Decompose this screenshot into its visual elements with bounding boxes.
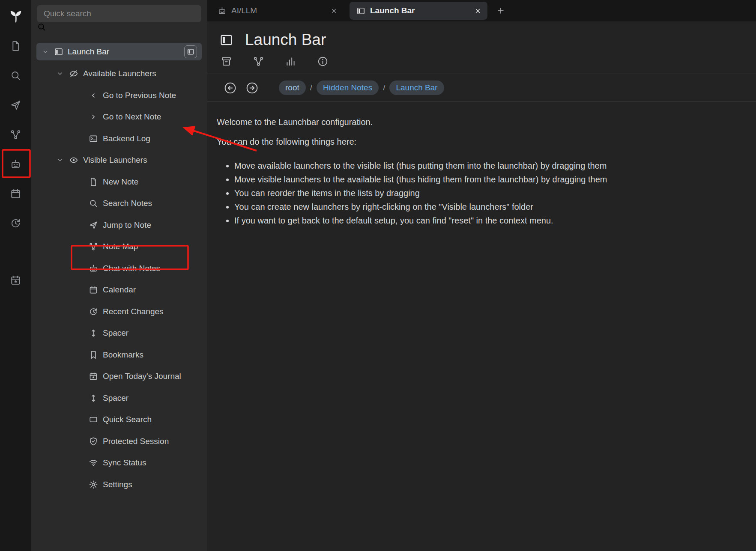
tree-item-open-today-s-journal[interactable]: Open Today's Journal [31, 366, 207, 387]
note-content: Welcome to the Launchbar configuration. … [207, 102, 756, 227]
tree-item-label: Search Notes [103, 199, 152, 208]
tree-item-search-notes[interactable]: Search Notes [31, 193, 207, 214]
history-icon [89, 307, 98, 316]
todays-journal-button[interactable] [0, 265, 31, 295]
tree-item-go-to-previous-note[interactable]: Go to Previous Note [31, 85, 207, 107]
breadcrumb-launch-bar[interactable]: Launch Bar [389, 80, 444, 95]
recent-changes-button[interactable] [0, 208, 31, 238]
tree-item-settings[interactable]: Settings [31, 474, 207, 496]
launcher-items [0, 0, 31, 295]
eye-off-icon [69, 69, 78, 78]
send-icon [89, 220, 98, 230]
quick-search [37, 5, 201, 33]
tab-launch-bar[interactable]: Launch Bar [350, 2, 487, 20]
tab-close-button[interactable] [330, 7, 338, 15]
history-forward-button[interactable] [245, 81, 259, 95]
bookmark-icon [89, 350, 98, 360]
tree-item-label: New Note [103, 177, 138, 187]
tree-item-note-map[interactable]: Note Map [31, 236, 207, 258]
tree-item-label: Note Map [103, 242, 138, 251]
bar-chart-icon [285, 56, 296, 67]
tree-item-label: Open Today's Journal [103, 372, 181, 381]
file-icon [10, 40, 21, 52]
tree-item-label: Visible Launchers [83, 155, 147, 165]
bullet-list: Move available launchers to the visible … [217, 159, 739, 227]
tree-item-label: Go to Previous Note [103, 91, 176, 100]
branch-icon [89, 242, 98, 251]
breadcrumb-root[interactable]: root [279, 80, 306, 95]
tree-item-sync-status[interactable]: Sync Status [31, 452, 207, 474]
app-logo-button[interactable] [0, 0, 31, 31]
tree-item-label: Sync Status [103, 458, 146, 468]
arrow-left-circle-icon [223, 81, 237, 95]
breadcrumb-separator: / [310, 83, 312, 92]
history-back-button[interactable] [223, 81, 237, 95]
breadcrumb-hidden-notes[interactable]: Hidden Notes [317, 80, 379, 95]
tree-item-jump-to-note[interactable]: Jump to Note [31, 214, 207, 236]
tree-item-new-note[interactable]: New Note [31, 171, 207, 193]
note-tree-pane: Launch Bar Available LaunchersGo to Prev… [31, 0, 207, 551]
launch-bar-badge-button[interactable] [184, 45, 197, 58]
tree-item-label: Chat with Notes [103, 264, 160, 273]
tree-item-recent-changes[interactable]: Recent Changes [31, 301, 207, 323]
main-pane: AI/LLMLaunch Bar Launch Bar root/Hidden … [207, 0, 756, 551]
chevron-down-icon [56, 69, 64, 78]
quick-search-input[interactable] [37, 5, 201, 22]
tree-item-label: Backend Log [103, 134, 150, 143]
ribbon-row [207, 49, 756, 74]
tree-item-available-launchers[interactable]: Available Launchers [31, 63, 207, 85]
close-icon [330, 7, 338, 15]
tree-item-chat-with-notes[interactable]: Chat with Notes [31, 258, 207, 280]
tree-item-go-to-next-note[interactable]: Go to Next Note [31, 106, 207, 128]
tab-label: AI/LLM [231, 6, 257, 15]
note-map-button[interactable] [0, 120, 31, 149]
new-tab-button[interactable] [496, 6, 505, 15]
bullet-item: You can reorder the items in the lists b… [234, 186, 739, 200]
ribbon-archive-button[interactable] [221, 56, 232, 67]
tree-item-label: Bookmarks [103, 350, 143, 360]
ribbon-bar-chart-button[interactable] [285, 56, 296, 67]
tree-item-launch-bar-root[interactable]: Launch Bar [36, 43, 202, 60]
bullet-item: Move visible launchers to the available … [234, 173, 739, 186]
info-icon [317, 56, 329, 67]
shield-icon [89, 437, 98, 446]
layout-icon [356, 6, 365, 15]
archive-icon [221, 56, 232, 67]
tree-item-backend-log[interactable]: Backend Log [31, 128, 207, 150]
search-button[interactable] [0, 61, 31, 90]
tree-item-label: Calendar [103, 285, 136, 295]
search-icon [37, 22, 46, 32]
bullet-item: If you want to get back to the default s… [234, 214, 739, 227]
calendar-star-icon [10, 274, 21, 286]
file-icon [89, 177, 98, 187]
chevron-down-icon [56, 156, 64, 164]
chat-with-notes-button[interactable] [0, 149, 31, 179]
tree-item-bookmarks[interactable]: Bookmarks [31, 344, 207, 366]
tree-item-spacer[interactable]: Spacer [31, 322, 207, 344]
calendar-icon [89, 285, 98, 295]
calendar-icon [10, 188, 21, 200]
tree-item-visible-launchers[interactable]: Visible Launchers [31, 149, 207, 171]
calendar-button[interactable] [0, 179, 31, 208]
tree-item-label: Jump to Note [103, 220, 151, 230]
tab-bar: AI/LLMLaunch Bar [207, 0, 756, 21]
tree-root-label: Launch Bar [68, 47, 109, 57]
chevron-right-icon [89, 112, 98, 122]
calendar-star-icon [89, 372, 98, 381]
ribbon-branch-button[interactable] [253, 56, 264, 67]
tree-item-calendar[interactable]: Calendar [31, 279, 207, 301]
tree-item-quick-search[interactable]: Quick Search [31, 409, 207, 431]
layout-icon [219, 33, 233, 47]
bullet-item: You can create new launchers by right-cl… [234, 200, 739, 214]
tree-item-spacer[interactable]: Spacer [31, 387, 207, 409]
tab-close-button[interactable] [474, 7, 481, 15]
search-icon [10, 70, 21, 81]
tree-item-label: Spacer [103, 328, 128, 338]
branch-icon [253, 56, 264, 67]
jump-to-note-button[interactable] [0, 90, 31, 120]
tree-item-protected-session[interactable]: Protected Session [31, 431, 207, 453]
arrow-right-circle-icon [245, 81, 259, 95]
new-note-button[interactable] [0, 31, 31, 61]
ribbon-info-button[interactable] [317, 56, 329, 67]
tab-ai-llm[interactable]: AI/LLM [207, 2, 344, 20]
